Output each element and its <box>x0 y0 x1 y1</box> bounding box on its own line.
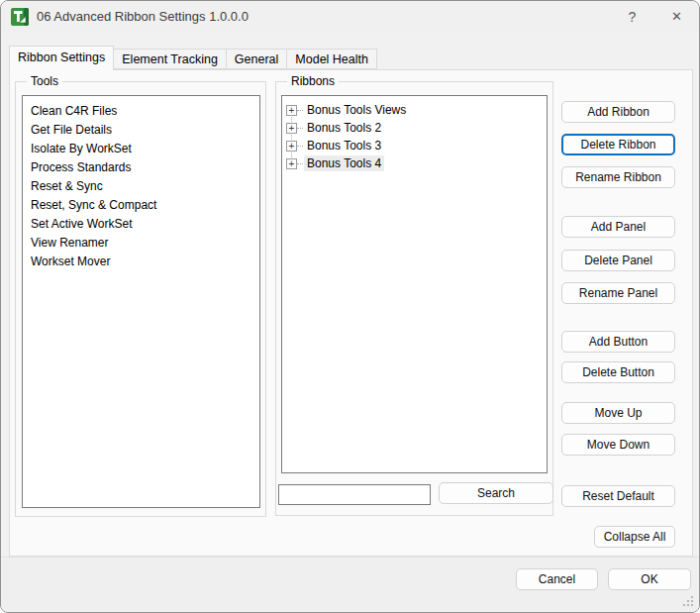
search-input[interactable] <box>278 484 431 505</box>
tools-list-item-view-renamer[interactable]: View Renamer <box>23 234 259 253</box>
rename-panel-button[interactable]: Rename Panel <box>561 282 675 304</box>
tab-strip: Ribbon Settings Element Tracking General… <box>9 46 377 70</box>
app-icon <box>11 8 29 26</box>
ribbons-groupbox: Ribbons + Bonus Tools Views + Bonus Tool… <box>275 81 553 516</box>
tab-page-ribbon-settings: Tools Clean C4R Files Get File Details I… <box>9 69 693 557</box>
tools-group-label: Tools <box>27 74 62 88</box>
tree-stub-line <box>297 146 303 147</box>
reset-default-button[interactable]: Reset Default <box>561 485 675 507</box>
add-button-button[interactable]: Add Button <box>561 331 675 353</box>
expander-plus-icon[interactable]: + <box>286 158 297 169</box>
ok-button[interactable]: OK <box>608 568 691 590</box>
tree-stub-line <box>297 163 303 164</box>
move-down-button[interactable]: Move Down <box>561 434 675 456</box>
tree-item-label-selected[interactable]: Bonus Tools 4 <box>304 155 384 171</box>
resize-grip[interactable] <box>683 596 695 608</box>
tab-element-tracking[interactable]: Element Tracking <box>113 49 227 69</box>
tree-item-label[interactable]: Bonus Tools Views <box>304 102 409 118</box>
tree-item-bonus-tools-views: + Bonus Tools Views <box>282 101 547 119</box>
expander-plus-icon[interactable]: + <box>286 123 297 134</box>
delete-panel-button[interactable]: Delete Panel <box>561 250 675 271</box>
tab-general[interactable]: General <box>226 49 287 69</box>
footer-bar: Cancel OK <box>1 557 699 612</box>
delete-ribbon-button[interactable]: Delete Ribbon <box>561 134 675 155</box>
tools-groupbox: Tools Clean C4R Files Get File Details I… <box>15 81 266 517</box>
move-up-button[interactable]: Move Up <box>561 402 675 424</box>
tree-stub-line <box>297 110 303 111</box>
tools-list-item-process-standards[interactable]: Process Standards <box>23 158 259 177</box>
ribbons-group-label: Ribbons <box>287 74 339 88</box>
tree-item-bonus-tools-4: + Bonus Tools 4 <box>282 154 547 172</box>
cancel-button[interactable]: Cancel <box>516 568 598 590</box>
close-icon[interactable]: ✕ <box>654 1 699 33</box>
rename-ribbon-button[interactable]: Rename Ribbon <box>561 166 675 188</box>
add-panel-button[interactable]: Add Panel <box>561 216 675 238</box>
tools-list-item-isolate-by-workset[interactable]: Isolate By WorkSet <box>23 140 259 158</box>
tools-list-item-set-active-workset[interactable]: Set Active WorkSet <box>23 215 259 234</box>
tools-list-item-get-file-details[interactable]: Get File Details <box>23 121 259 140</box>
tree-stub-line <box>297 128 303 129</box>
tools-list-item-clean-c4r-files[interactable]: Clean C4R Files <box>23 102 259 121</box>
tools-list-item-reset-sync-compact[interactable]: Reset, Sync & Compact <box>23 196 259 215</box>
tree-item-label[interactable]: Bonus Tools 3 <box>304 138 384 153</box>
tree-item-bonus-tools-3: + Bonus Tools 3 <box>282 137 547 154</box>
tab-model-health[interactable]: Model Health <box>286 49 377 69</box>
delete-button-button[interactable]: Delete Button <box>561 361 675 383</box>
titlebar: 06 Advanced Ribbon Settings 1.0.0.0 ? ✕ <box>1 1 699 33</box>
tools-list-item-workset-mover[interactable]: Workset Mover <box>23 253 259 271</box>
collapse-all-button[interactable]: Collapse All <box>594 526 675 548</box>
search-button[interactable]: Search <box>439 482 553 504</box>
expander-plus-icon[interactable]: + <box>286 105 297 116</box>
tab-ribbon-settings[interactable]: Ribbon Settings <box>9 46 114 70</box>
window-title: 06 Advanced Ribbon Settings 1.0.0.0 <box>37 1 249 33</box>
expander-plus-icon[interactable]: + <box>286 141 297 152</box>
tools-listbox[interactable]: Clean C4R Files Get File Details Isolate… <box>22 95 260 508</box>
ribbons-treeview[interactable]: + Bonus Tools Views + Bonus Tools 2 + Bo… <box>281 95 548 473</box>
help-button[interactable]: ? <box>610 1 654 33</box>
add-ribbon-button[interactable]: Add Ribbon <box>561 101 675 123</box>
advanced-ribbon-settings-dialog: 06 Advanced Ribbon Settings 1.0.0.0 ? ✕ … <box>0 0 700 613</box>
tree-item-label[interactable]: Bonus Tools 2 <box>304 120 384 136</box>
tools-list-item-reset-sync[interactable]: Reset & Sync <box>23 177 259 196</box>
tree-item-bonus-tools-2: + Bonus Tools 2 <box>282 119 547 137</box>
